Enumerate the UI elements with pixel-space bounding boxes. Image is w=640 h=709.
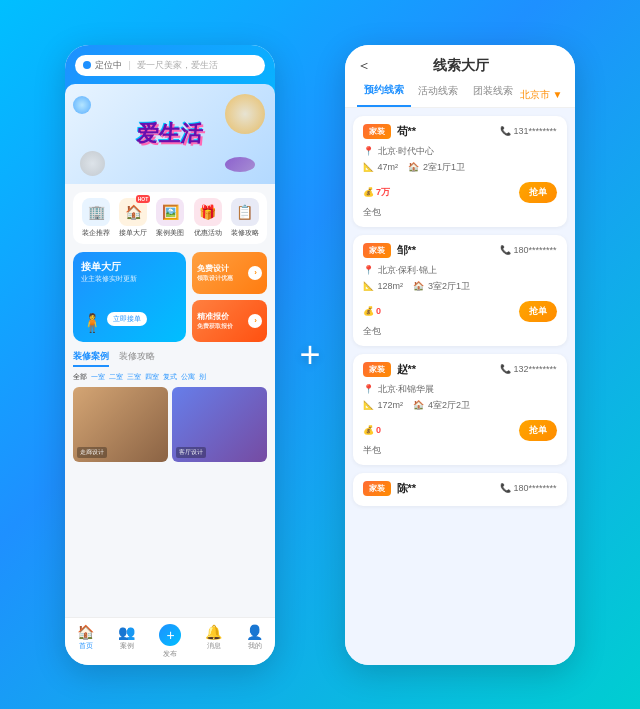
icon-youhui: 🎁: [199, 204, 216, 220]
filter-1room[interactable]: 一室: [91, 372, 105, 382]
banner-area: 爱生活: [65, 84, 275, 184]
icon-box-1: 🏠 HOT: [119, 198, 147, 226]
lead-location-1: 北京·保利·锦上: [378, 264, 437, 277]
right-title-row: ＜ 线索大厅: [357, 57, 563, 75]
tab-activity[interactable]: 活动线索: [411, 84, 465, 106]
icon-item-3[interactable]: 🎁 优惠活动: [189, 198, 226, 238]
banner-sphere1: [73, 96, 91, 114]
tab-group[interactable]: 团装线索: [465, 84, 519, 106]
filter-2room[interactable]: 二室: [109, 372, 123, 382]
mine-icon: 👤: [246, 624, 263, 640]
promo-left: 接单大厅 业主装修实时更新 🧍 立即接单: [73, 252, 186, 342]
search-placeholder-text: 爱一尺美家，爱生活: [137, 59, 218, 72]
lijie-jiedan-button[interactable]: 立即接单: [107, 312, 147, 326]
phone-left-header: 定位中 | 爱一尺美家，爱生活 爱生活: [65, 45, 275, 184]
area-icon-2: 📐: [363, 400, 374, 410]
lead-location-row-2: 📍 北京·和锦华展: [363, 383, 557, 396]
promo-right-label-0: 免费设计 领取设计优惠: [197, 263, 233, 283]
lead-price-wrap-1: 💰 0: [363, 306, 382, 316]
lead-card-header-3: 家装 陈** 📞 180********: [363, 481, 557, 496]
icon-item-2[interactable]: 🖼️ 案例美图: [152, 198, 189, 238]
lead-rooms-icon-0: 🏠: [408, 162, 419, 172]
lead-style-1: 全包: [363, 325, 381, 338]
lead-location-2: 北京·和锦华展: [378, 383, 435, 396]
grab-button-1[interactable]: 抢单: [519, 301, 557, 322]
case-tab-0[interactable]: 装修案例: [73, 350, 109, 367]
case-image-right[interactable]: 客厅设计: [172, 387, 267, 462]
phone-left: 定位中 | 爱一尺美家，爱生活 爱生活 🏢 装企推荐: [65, 45, 275, 665]
lead-area-row-2: 📐 172m² 🏠 4室2厅2卫: [363, 399, 557, 412]
plus-icon: +: [159, 624, 181, 646]
lead-card-1: 家装 邹** 📞 180******** 📍 北京·保利·锦上 📐 128m²: [353, 235, 567, 346]
icon-item-4[interactable]: 📋 装修攻略: [226, 198, 263, 238]
lead-phone-2: 📞 132********: [500, 364, 556, 374]
lead-type-badge-1: 家装: [363, 243, 391, 258]
promo-left-sub: 业主装修实时更新: [81, 274, 178, 284]
city-selector[interactable]: 北京市 ▼: [520, 88, 563, 102]
icon-anli: 🖼️: [162, 204, 179, 220]
promo-right-label-1: 精准报价 免费获取报价: [197, 311, 233, 331]
area-icon-1: 📐: [363, 281, 374, 291]
lead-type-badge-2: 家装: [363, 362, 391, 377]
nav-message[interactable]: 🔔 消息: [205, 624, 222, 659]
nav-publish-label: 发布: [163, 649, 177, 659]
back-button[interactable]: ＜: [357, 57, 371, 75]
grab-button-2[interactable]: 抢单: [519, 420, 557, 441]
arrow-icon-0: ›: [248, 266, 262, 280]
lead-price-2: 0: [376, 425, 381, 435]
promo-card-0[interactable]: 免费设计 领取设计优惠 ›: [192, 252, 267, 294]
lead-location-row-1: 📍 北京·保利·锦上: [363, 264, 557, 277]
lead-price-0: 7万: [376, 187, 390, 197]
nav-mine[interactable]: 👤 我的: [246, 624, 263, 659]
lead-style-row-1: 全包: [363, 325, 557, 338]
nav-home-label: 首页: [79, 641, 93, 651]
phone-icon-0: 📞: [500, 126, 511, 136]
nav-case[interactable]: 👥 案例: [118, 624, 135, 659]
tab-booking[interactable]: 预约线索: [357, 83, 411, 107]
phone-body: 🏢 装企推荐 🏠 HOT 接单大厅 🖼️ 案例美图: [65, 184, 275, 617]
promo-left-person: 🧍 立即接单: [81, 312, 178, 334]
divider: |: [128, 60, 130, 70]
promo-card-1[interactable]: 精准报价 免费获取报价 ›: [192, 300, 267, 342]
icon-item-1[interactable]: 🏠 HOT 接单大厅: [115, 198, 152, 238]
nav-home[interactable]: 🏠 首页: [77, 624, 94, 659]
lead-rooms-2: 4室2厅2卫: [428, 399, 470, 412]
main-container: 定位中 | 爱一尺美家，爱生活 爱生活 🏢 装企推荐: [45, 25, 594, 685]
icon-item-0[interactable]: 🏢 装企推荐: [77, 198, 114, 238]
lead-card-3: 家装 陈** 📞 180********: [353, 473, 567, 506]
area-icon-0: 📐: [363, 162, 374, 172]
lead-area-row-0: 📐 47m² 🏠 2室1厅1卫: [363, 161, 557, 174]
lead-rooms-1: 3室2厅1卫: [428, 280, 470, 293]
filter-more[interactable]: 别: [199, 372, 206, 382]
plus-sign: +: [299, 334, 320, 376]
nav-case-label: 案例: [120, 641, 134, 651]
nav-publish[interactable]: + 发布: [159, 624, 181, 659]
icon-label-4: 装修攻略: [231, 228, 259, 238]
lead-area-1: 128m²: [378, 281, 404, 291]
location-icon-2: 📍: [363, 384, 374, 394]
icon-label-3: 优惠活动: [194, 228, 222, 238]
filter-3room[interactable]: 三室: [127, 372, 141, 382]
lead-rooms-0: 2室1厅1卫: [423, 161, 465, 174]
filter-apt[interactable]: 公寓: [181, 372, 195, 382]
home-icon: 🏠: [77, 624, 94, 640]
icon-label-2: 案例美图: [156, 228, 184, 238]
icon-box-4: 📋: [231, 198, 259, 226]
lead-name-3: 陈**: [397, 481, 501, 496]
grab-button-0[interactable]: 抢单: [519, 182, 557, 203]
lead-rooms-icon-1: 🏠: [413, 281, 424, 291]
leads-list: 家装 苟** 📞 131******** 📍 北京·时代中心 📐 47m²: [345, 108, 575, 665]
lead-name-2: 赵**: [397, 362, 501, 377]
lead-card-0: 家装 苟** 📞 131******** 📍 北京·时代中心 📐 47m²: [353, 116, 567, 227]
lead-style-2: 半包: [363, 444, 381, 457]
filter-duplex[interactable]: 复式: [163, 372, 177, 382]
case-tab-1[interactable]: 装修攻略: [119, 350, 155, 367]
lead-phone-3: 📞 180********: [500, 483, 556, 493]
lead-card-2: 家装 赵** 📞 132******** 📍 北京·和锦华展 📐 172m²: [353, 354, 567, 465]
icon-grid: 🏢 装企推荐 🏠 HOT 接单大厅 🖼️ 案例美图: [73, 192, 267, 244]
price-icon-2: 💰: [363, 425, 374, 435]
case-image-left[interactable]: 走廊设计: [73, 387, 168, 462]
filter-4room[interactable]: 四室: [145, 372, 159, 382]
filter-all[interactable]: 全部: [73, 372, 87, 382]
lead-area-2: 172m²: [378, 400, 404, 410]
